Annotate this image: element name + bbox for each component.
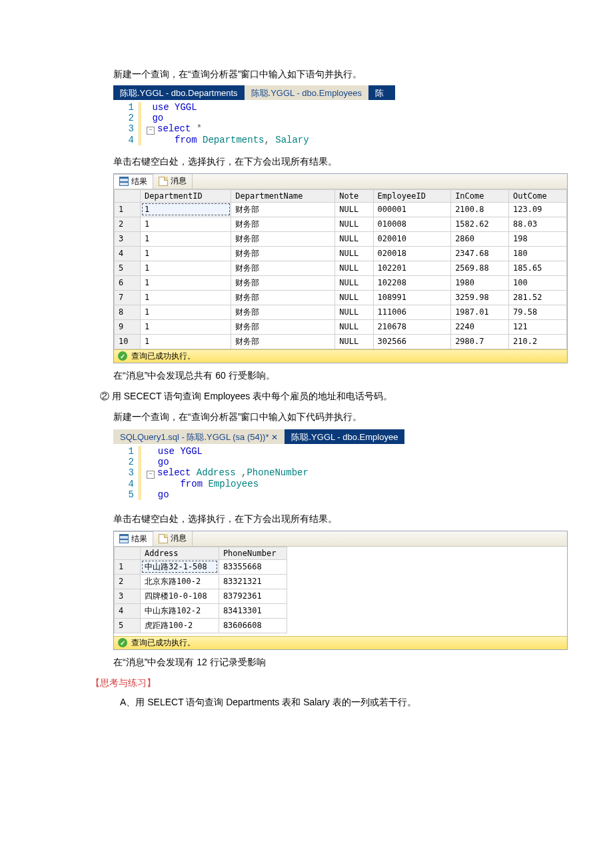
cell[interactable]: 123.09 [509, 202, 567, 217]
column-header[interactable]: OutCome [509, 189, 567, 202]
cell[interactable]: NULL [335, 290, 373, 305]
cell[interactable]: 1 [141, 202, 231, 217]
row-number[interactable]: 1 [115, 559, 141, 574]
close-icon[interactable]: ✕ [269, 433, 278, 442]
cell[interactable]: 四牌楼10-0-108 [141, 589, 219, 603]
cell[interactable]: 1 [141, 261, 231, 275]
cell[interactable]: 1987.01 [451, 305, 509, 319]
results-grid-2[interactable]: AddressPhoneNumber1中山路32-1-508833556682北… [114, 547, 287, 633]
cell[interactable]: NULL [335, 202, 373, 217]
cell[interactable]: 2569.88 [451, 261, 509, 275]
cell[interactable]: 210.2 [509, 334, 567, 349]
sql-editor-1[interactable]: 1 use YGGL 2 go 3−select * 4 from Depart… [113, 100, 434, 147]
table-row[interactable]: 4中山东路102-283413301 [115, 603, 287, 618]
tab-stub[interactable]: 陈 [368, 85, 395, 100]
table-row[interactable]: 5虎距路100-283606608 [115, 618, 287, 633]
cell[interactable]: 185.65 [509, 261, 567, 275]
cell[interactable]: 2347.68 [451, 246, 509, 261]
row-number[interactable]: 7 [115, 290, 141, 305]
table-row[interactable]: 51财务部NULL1022012569.88185.65 [115, 261, 567, 275]
row-number[interactable]: 10 [115, 334, 141, 349]
cell[interactable]: 财务部 [231, 319, 335, 334]
row-number[interactable]: 4 [115, 246, 141, 261]
column-header[interactable]: InCome [451, 189, 509, 202]
column-header[interactable]: EmployeeID [373, 189, 451, 202]
cell[interactable]: 财务部 [231, 334, 335, 349]
column-header[interactable] [115, 547, 141, 559]
cell[interactable]: 财务部 [231, 202, 335, 217]
cell[interactable]: 1 [141, 246, 231, 261]
tab-departments[interactable]: 陈聪.YGGL - dbo.Departments [113, 85, 245, 100]
column-header[interactable]: DepartmentID [141, 189, 231, 202]
row-number[interactable]: 6 [115, 275, 141, 290]
cell[interactable]: 财务部 [231, 275, 335, 290]
cell[interactable]: 1 [141, 290, 231, 305]
row-number[interactable]: 4 [115, 603, 141, 618]
table-row[interactable]: 101财务部NULL3025662980.7210.2 [115, 334, 567, 349]
table-row[interactable]: 3四牌楼10-0-10883792361 [115, 589, 287, 603]
cell[interactable]: 北京东路100-2 [141, 574, 219, 589]
cell[interactable]: 83413301 [219, 603, 287, 618]
table-row[interactable]: 11财务部NULL0000012100.8123.09 [115, 202, 567, 217]
table-row[interactable]: 21财务部NULL0100081582.6288.03 [115, 217, 567, 231]
cell[interactable]: 财务部 [231, 261, 335, 275]
cell[interactable]: NULL [335, 275, 373, 290]
cell[interactable]: 2100.8 [451, 202, 509, 217]
cell[interactable]: NULL [335, 217, 373, 231]
table-row[interactable]: 71财务部NULL1089913259.98281.52 [115, 290, 567, 305]
cell[interactable]: 2240 [451, 319, 509, 334]
cell[interactable]: 中山东路102-2 [141, 603, 219, 618]
cell[interactable]: 102208 [373, 275, 451, 290]
cell[interactable]: 102201 [373, 261, 451, 275]
tab-messages[interactable]: 消息 [153, 174, 193, 189]
cell[interactable]: NULL [335, 261, 373, 275]
table-row[interactable]: 81财务部NULL1110061987.0179.58 [115, 305, 567, 319]
cell[interactable]: 83792361 [219, 589, 287, 603]
tab-employee[interactable]: 陈聪.YGGL - dbo.Employee [285, 429, 404, 444]
cell[interactable]: 2860 [451, 231, 509, 246]
cell[interactable]: 2980.7 [451, 334, 509, 349]
cell[interactable]: 财务部 [231, 217, 335, 231]
results-grid-1[interactable]: DepartmentIDDepartmentNameNoteEmployeeID… [114, 189, 567, 349]
column-header[interactable]: Address [141, 547, 219, 559]
cell[interactable]: 020010 [373, 231, 451, 246]
cell[interactable]: 010008 [373, 217, 451, 231]
column-header[interactable]: PhoneNumber [219, 547, 287, 559]
cell[interactable]: 财务部 [231, 290, 335, 305]
cell[interactable]: 财务部 [231, 246, 335, 261]
row-number[interactable]: 5 [115, 618, 141, 633]
cell[interactable]: NULL [335, 319, 373, 334]
cell[interactable]: 1980 [451, 275, 509, 290]
table-row[interactable]: 31财务部NULL0200102860198 [115, 231, 567, 246]
cell[interactable]: 1 [141, 319, 231, 334]
cell[interactable]: 财务部 [231, 305, 335, 319]
cell[interactable]: 虎距路100-2 [141, 618, 219, 633]
tab-results[interactable]: 结果 [114, 174, 153, 189]
cell[interactable]: 108991 [373, 290, 451, 305]
cell[interactable]: 财务部 [231, 231, 335, 246]
cell[interactable]: NULL [335, 334, 373, 349]
tab-results[interactable]: 结果 [114, 531, 153, 546]
cell[interactable]: 180 [509, 246, 567, 261]
cell[interactable]: 302566 [373, 334, 451, 349]
tab-sqlquery1[interactable]: SQLQuery1.sql - 陈聪.YGGL (sa (54))*✕ [113, 429, 285, 444]
sql-editor-2[interactable]: 1 use YGGL 2 go 3−select Address ,PhoneN… [113, 444, 434, 502]
cell[interactable]: 198 [509, 231, 567, 246]
row-number[interactable]: 1 [115, 202, 141, 217]
cell[interactable]: 1 [141, 305, 231, 319]
cell[interactable]: 1 [141, 217, 231, 231]
row-number[interactable]: 3 [115, 589, 141, 603]
row-number[interactable]: 5 [115, 261, 141, 275]
column-header[interactable]: Note [335, 189, 373, 202]
table-row[interactable]: 1中山路32-1-50883355668 [115, 559, 287, 574]
cell[interactable]: 100 [509, 275, 567, 290]
cell[interactable]: 210678 [373, 319, 451, 334]
cell[interactable]: 020018 [373, 246, 451, 261]
cell[interactable]: 83606608 [219, 618, 287, 633]
cell[interactable]: 111006 [373, 305, 451, 319]
cell[interactable]: 1582.62 [451, 217, 509, 231]
column-header[interactable] [115, 189, 141, 202]
cell[interactable]: 79.58 [509, 305, 567, 319]
cell[interactable]: NULL [335, 231, 373, 246]
row-number[interactable]: 8 [115, 305, 141, 319]
